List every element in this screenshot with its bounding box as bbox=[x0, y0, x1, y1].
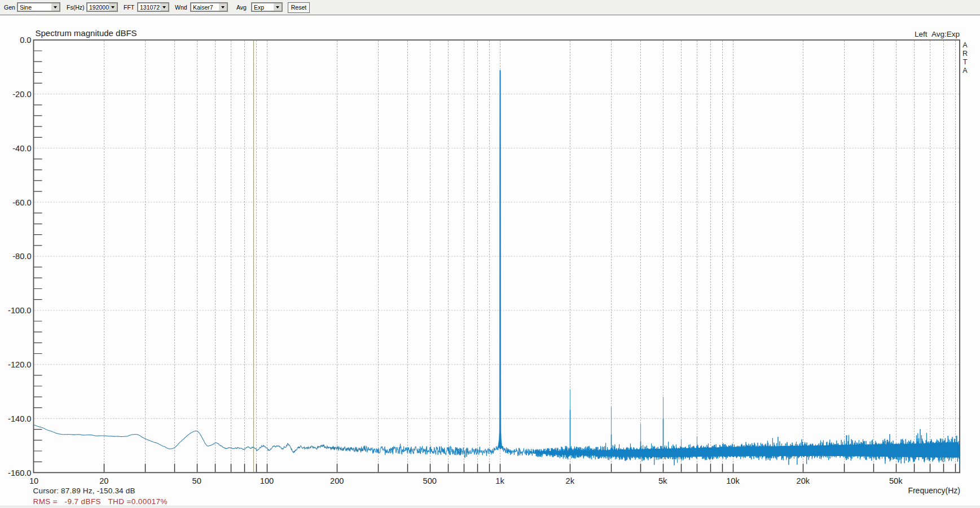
svg-text:Cursor: 87.89 Hz, -150.34 dB: Cursor: 87.89 Hz, -150.34 dB bbox=[33, 487, 135, 495]
svg-text:-80.0: -80.0 bbox=[12, 252, 31, 261]
svg-text:-60.0: -60.0 bbox=[12, 198, 31, 207]
svg-text:0.0: 0.0 bbox=[20, 36, 31, 45]
svg-text:500: 500 bbox=[423, 476, 437, 485]
svg-text:50k: 50k bbox=[889, 476, 903, 485]
svg-text:-20.0: -20.0 bbox=[12, 90, 31, 99]
svg-text:10k: 10k bbox=[726, 476, 740, 485]
svg-text:5k: 5k bbox=[658, 476, 667, 485]
svg-text:Frequency(Hz): Frequency(Hz) bbox=[908, 486, 960, 495]
svg-text:RMS = -9.7 dBFS THD =0.000: RMS = -9.7 dBFS THD =0.00017% bbox=[33, 497, 168, 506]
svg-text:2k: 2k bbox=[566, 476, 575, 485]
svg-text:10: 10 bbox=[29, 476, 38, 485]
svg-text:R: R bbox=[963, 50, 968, 58]
svg-text:100: 100 bbox=[260, 476, 274, 485]
svg-text:T: T bbox=[963, 58, 968, 66]
svg-text:Spectrum magnitude dBFS: Spectrum magnitude dBFS bbox=[36, 28, 137, 38]
svg-text:-40.0: -40.0 bbox=[12, 144, 31, 153]
svg-text:-140.0: -140.0 bbox=[8, 414, 31, 423]
svg-text:50: 50 bbox=[192, 476, 201, 485]
svg-text:-120.0: -120.0 bbox=[8, 360, 31, 369]
svg-text:-160.0: -160.0 bbox=[8, 468, 31, 478]
svg-text:20: 20 bbox=[99, 476, 108, 485]
svg-text:Left Avg:Exp: Left Avg:Exp bbox=[915, 30, 960, 38]
svg-text:200: 200 bbox=[330, 476, 344, 485]
svg-text:A: A bbox=[963, 67, 968, 75]
svg-text:1k: 1k bbox=[495, 476, 504, 485]
svg-text:A: A bbox=[963, 41, 968, 49]
svg-text:20k: 20k bbox=[797, 476, 810, 485]
svg-text:-100.0: -100.0 bbox=[8, 306, 31, 315]
